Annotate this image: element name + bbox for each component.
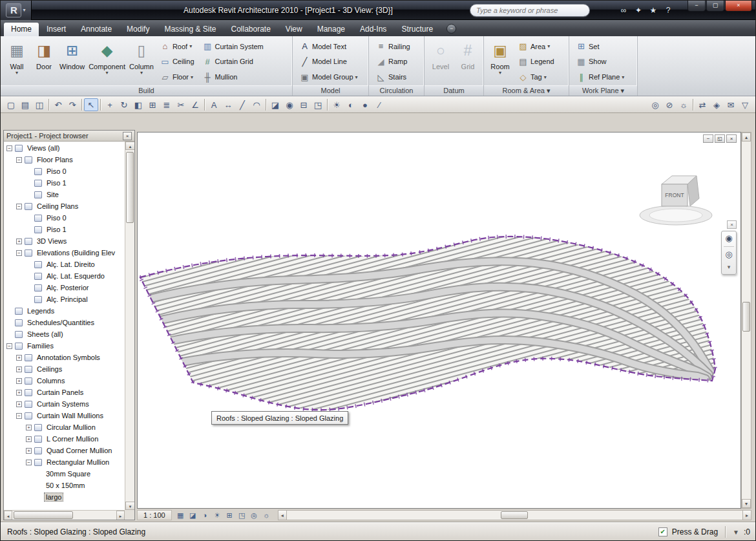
- railing-button[interactable]: ≡Railing: [373, 39, 413, 53]
- tab-structure[interactable]: Structure: [394, 23, 440, 36]
- canvas-horizontal-scrollbar[interactable]: [287, 510, 742, 520]
- hide-icon[interactable]: ⊘: [662, 98, 677, 111]
- model-group-button[interactable]: ▣Model Group▾: [297, 70, 361, 84]
- tab-home[interactable]: Home: [4, 23, 39, 36]
- wall-button[interactable]: ▦Wall▾: [3, 38, 30, 85]
- tree-expand-icon[interactable]: +: [16, 390, 22, 396]
- section-icon[interactable]: ⊟: [297, 98, 311, 111]
- scroll-right-icon[interactable]: ▸: [116, 511, 125, 520]
- model-text-button[interactable]: AModel Text: [297, 39, 361, 53]
- reveal-hidden-icon[interactable]: ☼: [677, 98, 691, 111]
- component-button[interactable]: ◆Component▾: [87, 38, 127, 85]
- tree-item-circular-mullion[interactable]: +Circular Mullion: [4, 421, 125, 433]
- tree-item-elevations-building-elev[interactable]: −Elevations (Building Elev: [4, 247, 125, 259]
- browser-vertical-scroll-thumb[interactable]: [126, 152, 134, 223]
- scroll-left-icon[interactable]: ◂: [4, 511, 12, 520]
- drawing-area[interactable]: − ◱ × FRONT × ◉ ◎ ▾ Roofs : Sloped Glazi…: [137, 132, 741, 509]
- model-graphics-style-icon[interactable]: ◪: [187, 510, 199, 520]
- tab-annotate[interactable]: Annotate: [74, 23, 119, 36]
- temporary-hide-isolate-icon[interactable]: ◎: [248, 510, 260, 520]
- search-binoculars-icon[interactable]: ∞: [619, 6, 628, 15]
- navigation-bar-close-icon[interactable]: ×: [727, 220, 737, 229]
- tree-item-columns[interactable]: +Columns: [4, 375, 125, 387]
- close-button[interactable]: ×: [725, 1, 752, 12]
- detail-level-icon[interactable]: ▦: [174, 510, 187, 520]
- tab-manage[interactable]: Manage: [310, 23, 352, 36]
- minimize-button[interactable]: −: [688, 1, 706, 12]
- scroll-down-icon[interactable]: ▾: [125, 502, 134, 510]
- ramp-button[interactable]: ◢Ramp: [373, 55, 413, 69]
- reveal-hidden-elements-icon[interactable]: ☼: [260, 510, 273, 520]
- undo-icon[interactable]: ↶: [51, 98, 65, 111]
- modify-cursor-icon[interactable]: ↖: [84, 98, 98, 111]
- show-crop-region-icon[interactable]: ◳: [236, 510, 248, 520]
- maximize-button[interactable]: ▢: [706, 1, 724, 12]
- set-button[interactable]: ⊞Set: [573, 39, 627, 53]
- tree-expand-icon[interactable]: +: [26, 425, 32, 430]
- view-scale-button[interactable]: 1 : 100: [137, 510, 172, 520]
- tree-collapse-icon[interactable]: −: [16, 413, 22, 419]
- tree-item-ceilings[interactable]: +Ceilings: [4, 363, 125, 375]
- tree-expand-icon[interactable]: +: [26, 436, 32, 442]
- navbar-chevron-icon[interactable]: ▾: [728, 262, 731, 271]
- tree-expand-icon[interactable]: +: [16, 378, 22, 384]
- window-button[interactable]: ⊞Window: [58, 38, 87, 85]
- application-menu-button[interactable]: R ▾: [1, 1, 32, 20]
- mirror-icon[interactable]: ◧: [131, 98, 145, 111]
- tab-modify[interactable]: Modify: [120, 23, 156, 36]
- floor-button[interactable]: ▱Floor▾: [157, 70, 197, 84]
- tree-item-sheets-all[interactable]: Sheets (all): [4, 328, 125, 340]
- tree-item-piso-1[interactable]: Piso 1: [4, 224, 125, 235]
- tree-item-largo[interactable]: largo: [4, 491, 125, 503]
- tree-item-curtain-panels[interactable]: +Curtain Panels: [4, 387, 125, 398]
- filter-funnel-icon[interactable]: ▼: [733, 529, 739, 536]
- tree-expand-icon[interactable]: +: [26, 448, 32, 454]
- design-options-icon[interactable]: ◈: [709, 98, 724, 111]
- text-icon[interactable]: A: [207, 98, 221, 111]
- camera-icon[interactable]: ◉: [282, 98, 297, 111]
- tab-insert[interactable]: Insert: [39, 23, 73, 36]
- tree-item-site[interactable]: Site: [4, 189, 125, 200]
- tab-collaborate[interactable]: Collaborate: [224, 23, 277, 36]
- tree-collapse-icon[interactable]: −: [16, 250, 22, 256]
- steering-wheel-icon[interactable]: ◉: [725, 234, 732, 243]
- roof-button[interactable]: ⌂Roof▾: [157, 39, 197, 53]
- redo-icon[interactable]: ↷: [65, 98, 79, 111]
- trim-icon[interactable]: ∠: [188, 98, 202, 111]
- tree-item-legends[interactable]: Legends: [4, 305, 125, 317]
- array-icon[interactable]: ⊞: [145, 98, 160, 111]
- view-restore-icon[interactable]: ◱: [715, 134, 725, 143]
- detail-line-icon[interactable]: ╱: [235, 98, 249, 111]
- help-icon[interactable]: ?: [664, 6, 673, 15]
- ribbon-minimize-button[interactable]: −: [446, 24, 456, 34]
- tree-collapse-icon[interactable]: −: [26, 460, 32, 465]
- browser-horizontal-scrollbar[interactable]: ◂ ▸: [4, 510, 125, 520]
- tree-item-curtain-systems[interactable]: +Curtain Systems: [4, 398, 125, 410]
- infocenter-search-box[interactable]: [470, 4, 590, 17]
- sun-path-icon[interactable]: ☀: [211, 510, 224, 520]
- tree-item-l-corner-mullion[interactable]: +L Corner Mullion: [4, 433, 125, 445]
- tree-item-ceiling-plans[interactable]: −Ceiling Plans: [4, 200, 125, 212]
- open-icon[interactable]: ▤: [18, 98, 32, 111]
- tree-item-piso-1[interactable]: Piso 1: [4, 177, 125, 189]
- ref-plane-button[interactable]: ∥Ref Plane▾: [573, 70, 627, 84]
- project-browser-title-bar[interactable]: Project1 - Project browser ×: [4, 131, 134, 142]
- new-file-icon[interactable]: ▢: [4, 98, 18, 111]
- tree-collapse-icon[interactable]: −: [16, 157, 22, 163]
- tree-item-floor-plans[interactable]: −Floor Plans: [4, 154, 125, 165]
- room-button[interactable]: ▣Room▾: [487, 38, 514, 85]
- crop-view-icon[interactable]: ⊞: [224, 510, 236, 520]
- dimension-icon[interactable]: ↔: [221, 98, 235, 111]
- view-close-icon[interactable]: ×: [726, 134, 737, 143]
- tree-expand-icon[interactable]: +: [16, 355, 22, 361]
- tree-item-annotation-symbols[interactable]: +Annotation Symbols: [4, 352, 125, 363]
- tag-button[interactable]: ◇Tag▾: [515, 70, 557, 84]
- viewcube[interactable]: FRONT: [633, 169, 724, 230]
- rotate-icon[interactable]: ↻: [117, 98, 131, 111]
- model-line-button[interactable]: ╱Model Line: [297, 55, 361, 69]
- column-button[interactable]: ▯Column▾: [127, 38, 156, 85]
- door-button[interactable]: ◨Door: [30, 38, 58, 85]
- tree-item-families[interactable]: −Families: [4, 340, 125, 352]
- tab-massing-site[interactable]: Massing & Site: [157, 23, 223, 36]
- tree-item-al-principal[interactable]: Alç. Principal: [4, 293, 125, 305]
